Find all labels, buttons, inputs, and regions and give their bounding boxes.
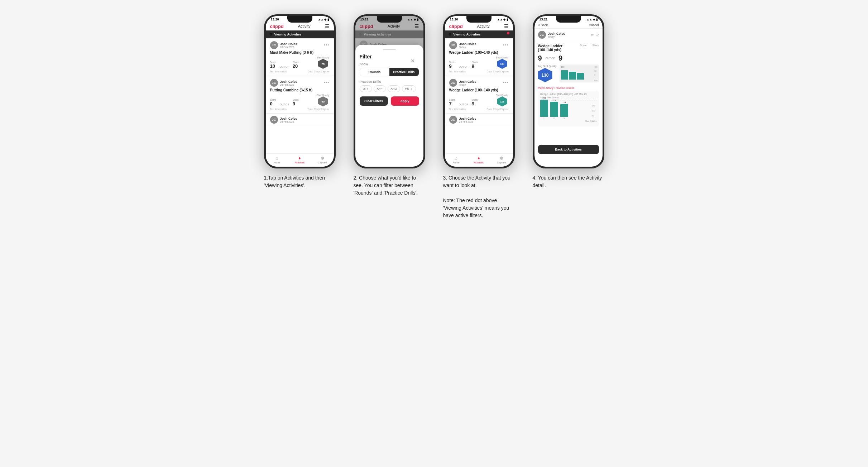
phone-notch-1 <box>287 16 312 23</box>
tag-putt[interactable]: PUTT <box>402 85 416 92</box>
caption-4: 4. You can then see the Activity detail. <box>533 174 604 189</box>
activity-card-1-1[interactable]: JC Josh Coles 28 Feb 2023 ••• Putting Co… <box>266 76 334 114</box>
viewing-banner-1[interactable]: ⚙ Viewing Activities <box>266 30 334 38</box>
more-dots-1-1[interactable]: ••• <box>324 80 330 85</box>
phone-column-2: 13:21 ▲▲ ◈ ▮ clippd Activity ☰ ⚙ Viewing… <box>350 14 429 197</box>
status-icons-1: ▲▲ ◈ ▮ <box>318 18 329 21</box>
more-dots-3-0[interactable]: ••• <box>503 43 509 48</box>
pencil-icon-4[interactable]: ✏ <box>591 33 594 37</box>
detail-user-row-4: JC Josh Coles Today ✏ ⤢ <box>534 29 603 41</box>
avatar-1-1: JC <box>270 79 278 87</box>
header-title-3: Activity <box>477 24 490 28</box>
chart-y-labels-4: 140 100 80 60 <box>591 105 595 122</box>
activity-card-3-0[interactable]: JC Josh Coles Today ••• Wedge Ladder (10… <box>445 38 513 76</box>
status-icons-3: ▲▲ ◈ ▮ <box>497 18 508 21</box>
user-info-3-1: JC Josh Coles Today <box>449 79 476 87</box>
capture-icon-3: ⊕ <box>500 156 503 161</box>
more-dots-1-0[interactable]: ••• <box>324 43 330 48</box>
modal-drag-2 <box>383 49 396 50</box>
back-button-4[interactable]: < Back <box>538 23 548 27</box>
activities-icon-1: ♦ <box>298 156 301 161</box>
shot-quality-hex-3-0: 130 <box>497 59 507 69</box>
detail-score-4: 9 <box>538 54 542 62</box>
user-name-1-0: Josh Coles <box>280 42 297 46</box>
user-name-3-0: Josh Coles <box>459 42 476 46</box>
bottom-nav-1: ⌂ Home ♦ Activities ⊕ Capture <box>266 153 334 167</box>
phone-frame-1: 13:20 ▲▲ ◈ ▮ clippd Activity ☰ ⚙ Viewing… <box>264 14 336 168</box>
detail-title-row-4: Wedge Ladder (100–140 yds) Score Shots <box>538 44 599 52</box>
clear-filters-button[interactable]: Clear Filters <box>360 96 388 106</box>
nav-label-home-1: Home <box>274 161 280 164</box>
modal-footer: Clear Filters Apply <box>360 96 419 106</box>
viewing-banner-text-1: Viewing Activities <box>274 33 302 36</box>
apply-button[interactable]: Apply <box>391 96 419 106</box>
user-date-1-2: 28 Feb 2023 <box>280 120 297 123</box>
chart-title-4: Wedge Ladder (100–140 yds) - 06 Mar 23 <box>540 93 597 95</box>
nav-label-capture-1: Capture <box>318 161 327 164</box>
shot-quality-hex-1-0: 75 <box>318 59 328 69</box>
detail-user-date-4: Today <box>548 35 565 38</box>
phone-screen-3: 13:20 ▲▲ ◈ ▮ clippd Activity ☰ ⚙ Viewing… <box>445 16 513 167</box>
phone-notch-3 <box>466 16 491 23</box>
hamburger-1[interactable]: ☰ <box>325 23 330 29</box>
phone-screen-2: 13:21 ▲▲ ◈ ▮ clippd Activity ☰ ⚙ Viewing… <box>355 16 423 167</box>
back-to-activities-button-4[interactable]: Back to Activities <box>538 145 599 154</box>
activity-card-1-2[interactable]: JC Josh Coles 28 Feb 2023 <box>266 114 334 126</box>
activity-card-3-2[interactable]: JC Josh Coles 28 Feb 2023 <box>445 114 513 126</box>
detail-user-info-4: JC Josh Coles Today <box>538 31 565 39</box>
user-date-3-0: Today <box>459 46 476 48</box>
detail-action-icons-4: ✏ ⤢ <box>591 33 599 37</box>
cancel-button-4[interactable]: Cancel <box>589 23 599 27</box>
app-header-1: clippd Activity ☰ <box>266 22 334 30</box>
phone-column-4: 13:21 ▲▲ ◈ ▮ < Back Cancel JC Josh Coles… <box>529 14 608 189</box>
shot-quality-hex-1-1: 45 <box>318 96 328 106</box>
stats-row-1-0: Score 10 OUT OF Shots 20 Shot Quality 75 <box>270 56 330 69</box>
user-name-3-1: Josh Coles <box>459 80 476 84</box>
info-row-1-1: Test Information Data: Clippd Capture <box>270 108 330 110</box>
user-date-1-1: 28 Feb 2023 <box>280 84 297 86</box>
card-header-3-0: JC Josh Coles Today ••• <box>449 41 509 49</box>
detail-header-4: < Back Cancel <box>534 22 603 29</box>
rounds-toggle[interactable]: Rounds <box>360 68 389 76</box>
nav-label-capture-3: Capture <box>497 161 506 164</box>
nav-label-activities-3: Activities <box>474 161 484 164</box>
nav-item-home-3[interactable]: ⌂ Home <box>445 156 467 164</box>
tag-row: OTT APP ARG PUTT <box>360 85 419 92</box>
modal-close-button[interactable]: ✕ <box>411 58 415 64</box>
avatar-3-1: JC <box>449 79 457 87</box>
home-icon-3: ⌂ <box>455 156 457 161</box>
viewing-banner-3[interactable]: ⚙ Viewing Activities <box>445 30 513 38</box>
nav-item-capture-3[interactable]: ⊕ Capture <box>490 156 513 164</box>
nav-item-activities-3[interactable]: ♦ Activities <box>467 156 490 164</box>
logo-3: clippd <box>449 24 463 29</box>
avatar-3-0: JC <box>449 41 457 49</box>
user-info-1-0: JC Josh Coles 28 Feb 2023 <box>270 41 297 49</box>
app-header-3: clippd Activity ☰ <box>445 22 513 30</box>
user-info-3-0: JC Josh Coles Today <box>449 41 476 49</box>
caption-1: 1.Tap on Activities and then 'Viewing Ac… <box>264 174 336 189</box>
nav-item-activities-1[interactable]: ♦ Activities <box>288 156 311 164</box>
caption-2: 2. Choose what you'd like to see. You ca… <box>354 174 425 197</box>
nav-item-capture-1[interactable]: ⊕ Capture <box>311 156 334 164</box>
nav-item-home-1[interactable]: ⌂ Home <box>266 156 288 164</box>
filter-modal-2: Filter ✕ Show Rounds Practice Drills Pra… <box>355 45 423 167</box>
activity-card-3-1[interactable]: JC Josh Coles Today ••• Wedge Ladder (10… <box>445 76 513 114</box>
viewing-banner-text-3: Viewing Activities <box>454 33 481 36</box>
more-dots-3-1[interactable]: ••• <box>503 80 509 85</box>
phone-column-3: 13:20 ▲▲ ◈ ▮ clippd Activity ☰ ⚙ Viewing… <box>440 14 518 219</box>
tag-arg[interactable]: ARG <box>388 85 400 92</box>
user-date-3-1: Today <box>459 84 476 86</box>
activity-card-1-0[interactable]: JC Josh Coles 28 Feb 2023 ••• Must Make … <box>266 38 334 76</box>
drill-title-3-1: Wedge Ladder (100–140 yds) <box>449 88 509 92</box>
practice-drills-label: Practice Drills <box>360 80 419 84</box>
user-info-3-2: JC Josh Coles 28 Feb 2023 <box>449 116 509 124</box>
tag-ott[interactable]: OTT <box>360 85 372 92</box>
status-icons-4: ▲▲ ◈ ▮ <box>586 18 597 21</box>
phone-frame-2: 13:21 ▲▲ ◈ ▮ clippd Activity ☰ ⚙ Viewing… <box>354 14 425 168</box>
tag-app[interactable]: APP <box>374 85 386 92</box>
hamburger-3[interactable]: ☰ <box>504 23 509 29</box>
avatar-3-2: JC <box>449 116 457 124</box>
expand-icon-4[interactable]: ⤢ <box>596 33 599 37</box>
practice-drills-toggle[interactable]: Practice Drills <box>389 68 419 76</box>
phone-frame-3: 13:20 ▲▲ ◈ ▮ clippd Activity ☰ ⚙ Viewing… <box>443 14 515 168</box>
